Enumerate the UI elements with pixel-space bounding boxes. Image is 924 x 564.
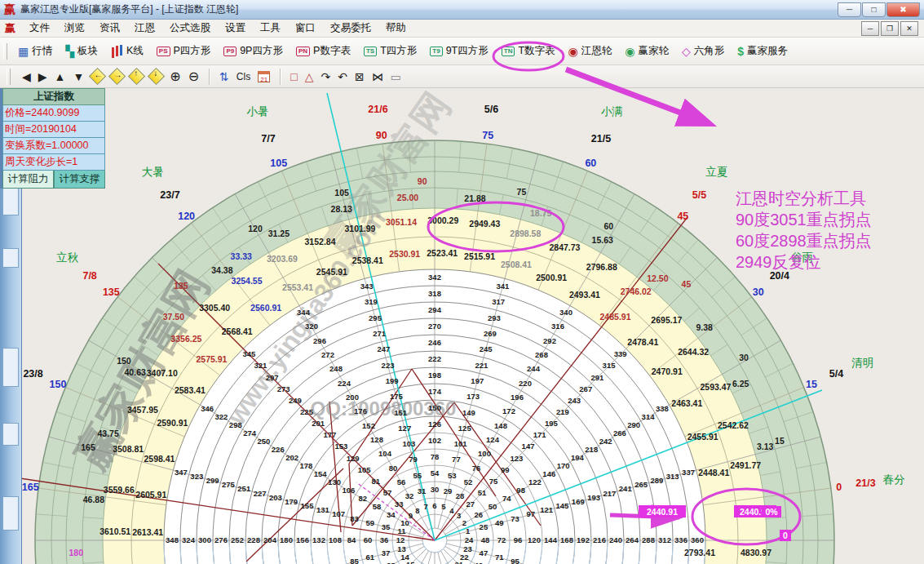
svg-text:197: 197: [471, 376, 484, 385]
rotate-cw-icon[interactable]: ↷: [321, 71, 330, 82]
square-tool-icon[interactable]: □: [290, 71, 297, 82]
cls-button[interactable]: Cls: [237, 72, 250, 82]
svg-text:75: 75: [489, 477, 498, 486]
annotation-line: 江恩时空分析工具: [736, 188, 872, 209]
toolbar-button-赢家服务[interactable]: $赢家服务: [731, 41, 794, 61]
svg-text:199: 199: [386, 376, 399, 385]
svg-text:56: 56: [397, 477, 406, 486]
zoom-in-icon[interactable]: ⊕: [170, 70, 180, 83]
svg-text:323: 323: [190, 472, 203, 481]
svg-text:2440.91: 2440.91: [647, 507, 678, 517]
down-triangle-icon[interactable]: ▼: [73, 71, 84, 82]
svg-text:150: 150: [428, 403, 441, 412]
back-icon[interactable]: ◀: [22, 71, 31, 82]
wheel-date-label: 21/3: [855, 477, 875, 489]
svg-text:15.63: 15.63: [592, 235, 613, 245]
svg-text:83: 83: [350, 514, 359, 523]
triangle-tool-icon[interactable]: △: [305, 71, 314, 82]
svg-text:3: 3: [457, 511, 461, 520]
svg-text:195: 195: [545, 419, 559, 428]
menu-item-工具[interactable]: 工具: [253, 20, 288, 36]
svg-text:288: 288: [642, 535, 655, 544]
minimize-button[interactable]: ─: [838, 2, 861, 17]
rotate-ccw-icon[interactable]: ↶: [338, 71, 347, 82]
toolbar-button-9P四方形[interactable]: P99P四方形: [217, 41, 290, 61]
toolbar-button-行情[interactable]: ▦行情: [11, 41, 59, 61]
svg-text:245: 245: [480, 344, 493, 353]
svg-text:52: 52: [464, 477, 473, 486]
svg-text:3305.40: 3305.40: [199, 303, 230, 313]
svg-text:219: 219: [556, 407, 569, 416]
toolbar-button-P四方形[interactable]: PSP四方形: [150, 41, 218, 61]
mdi-close-button[interactable]: ✕: [900, 21, 918, 36]
up-triangle-icon[interactable]: ▲: [55, 71, 66, 82]
button-计算支撑[interactable]: 计算支撑: [54, 171, 105, 189]
svg-text:272: 272: [321, 350, 334, 359]
toolbar-button-K线[interactable]: K线: [104, 41, 150, 61]
svg-text:126: 126: [428, 420, 441, 429]
toolbar-button-T数字表[interactable]: TNT数字表: [495, 41, 562, 61]
menu-item-资讯[interactable]: 资讯: [92, 20, 127, 36]
calendar-icon[interactable]: 21: [258, 71, 270, 82]
collapse-icon[interactable]: ⋈: [372, 71, 383, 82]
toolbar-button-板块[interactable]: ▚板块: [59, 41, 104, 61]
svg-text:169: 169: [572, 497, 585, 506]
svg-text:37: 37: [382, 548, 391, 557]
mdi-minimize-button[interactable]: ─: [861, 21, 879, 36]
svg-text:101: 101: [454, 439, 468, 448]
svg-text:348: 348: [166, 535, 179, 544]
menu-item-设置[interactable]: 设置: [218, 20, 253, 36]
wheel-date-label: 23/7: [160, 189, 179, 201]
zoom-out-icon[interactable]: ⊖: [188, 70, 199, 83]
svg-text:33.33: 33.33: [231, 251, 252, 261]
wheel-date-label: 5/4: [829, 368, 843, 380]
toolbar-button-赢家轮[interactable]: ◉赢家轮: [618, 41, 675, 61]
svg-text:223: 223: [382, 361, 395, 370]
menu-item-帮助[interactable]: 帮助: [378, 20, 413, 36]
svg-text:103: 103: [402, 439, 415, 448]
menu-item-交易委托[interactable]: 交易委托: [323, 20, 378, 36]
svg-text:3101.99: 3101.99: [345, 224, 376, 233]
menu-item-浏览[interactable]: 浏览: [57, 20, 92, 36]
wheel-degree-label: 105: [270, 158, 287, 169]
diamond-up-icon[interactable]: ↑: [128, 68, 145, 85]
updown-icon[interactable]: ⇅: [219, 71, 229, 82]
toolbar-button-T四方形[interactable]: TST四方形: [357, 41, 423, 61]
svg-text:108: 108: [329, 535, 342, 544]
svg-text:2455.91: 2455.91: [687, 432, 718, 442]
svg-text:2553.41: 2553.41: [282, 282, 313, 292]
menu-item-江恩[interactable]: 江恩: [127, 20, 162, 36]
annotation-line: 90度3051重点拐点: [736, 209, 872, 230]
svg-text:8: 8: [415, 506, 419, 515]
svg-text:241: 241: [619, 484, 633, 493]
box-x-icon[interactable]: ⊠: [355, 71, 365, 82]
toolbar-button-江恩轮[interactable]: ◉江恩轮: [562, 41, 619, 61]
toolbar-button-label: 9P四方形: [240, 44, 283, 58]
svg-text:122: 122: [528, 477, 542, 486]
svg-text:299: 299: [206, 476, 219, 485]
menu-item-公式选股[interactable]: 公式选股: [162, 20, 218, 36]
svg-text:46.88: 46.88: [83, 495, 104, 504]
toolbar-button-六角形[interactable]: ◇六角形: [675, 41, 731, 61]
svg-text:247: 247: [377, 344, 390, 353]
maximize-button[interactable]: □: [862, 2, 886, 17]
menu-item-文件[interactable]: 文件: [22, 20, 57, 36]
diamond-right-icon[interactable]: →: [108, 68, 126, 85]
svg-text:298: 298: [229, 420, 242, 429]
svg-text:3356.25: 3356.25: [170, 334, 201, 344]
menu-item-窗口[interactable]: 窗口: [288, 20, 323, 36]
svg-text:2500.91: 2500.91: [536, 273, 567, 282]
svg-text:243: 243: [568, 396, 581, 405]
close-button[interactable]: ✖: [886, 2, 920, 17]
diamond-left-icon[interactable]: ←: [89, 68, 106, 85]
select-box-icon[interactable]: ▭: [391, 71, 401, 82]
wheel-degree-label: 45: [677, 211, 688, 222]
diamond-down-icon[interactable]: ↓: [148, 68, 165, 85]
button-计算阻力[interactable]: 计算阻力: [2, 171, 54, 189]
svg-text:250: 250: [257, 437, 270, 446]
wheel-date-label: 7/7: [261, 133, 275, 144]
toolbar-button-P数字表[interactable]: PNP数字表: [290, 41, 357, 61]
forward-icon[interactable]: ▶: [38, 71, 47, 82]
mdi-restore-button[interactable]: ❐: [881, 21, 899, 36]
toolbar-button-9T四方形[interactable]: T99T四方形: [423, 41, 494, 61]
